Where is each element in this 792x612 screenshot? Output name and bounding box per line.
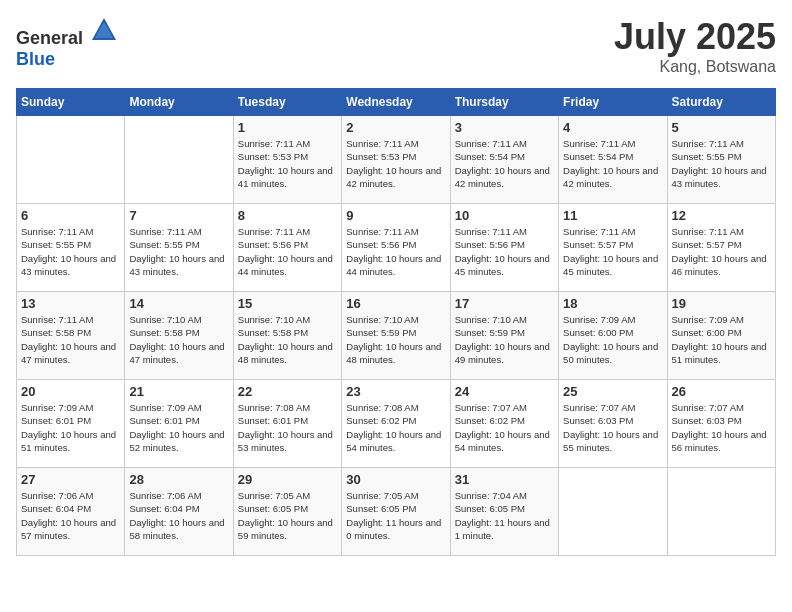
calendar-week-row: 20Sunrise: 7:09 AM Sunset: 6:01 PM Dayli… <box>17 380 776 468</box>
day-info: Sunrise: 7:07 AM Sunset: 6:03 PM Dayligh… <box>672 401 771 454</box>
calendar-cell: 23Sunrise: 7:08 AM Sunset: 6:02 PM Dayli… <box>342 380 450 468</box>
calendar-cell: 14Sunrise: 7:10 AM Sunset: 5:58 PM Dayli… <box>125 292 233 380</box>
calendar-cell: 9Sunrise: 7:11 AM Sunset: 5:56 PM Daylig… <box>342 204 450 292</box>
weekday-header: Friday <box>559 89 667 116</box>
day-number: 4 <box>563 120 662 135</box>
day-info: Sunrise: 7:11 AM Sunset: 5:55 PM Dayligh… <box>129 225 228 278</box>
logo-blue: Blue <box>16 49 55 69</box>
weekday-header-row: SundayMondayTuesdayWednesdayThursdayFrid… <box>17 89 776 116</box>
weekday-header: Saturday <box>667 89 775 116</box>
day-number: 21 <box>129 384 228 399</box>
day-info: Sunrise: 7:10 AM Sunset: 5:58 PM Dayligh… <box>238 313 337 366</box>
day-number: 8 <box>238 208 337 223</box>
day-info: Sunrise: 7:09 AM Sunset: 6:00 PM Dayligh… <box>563 313 662 366</box>
calendar-cell: 5Sunrise: 7:11 AM Sunset: 5:55 PM Daylig… <box>667 116 775 204</box>
day-number: 24 <box>455 384 554 399</box>
day-number: 5 <box>672 120 771 135</box>
day-info: Sunrise: 7:08 AM Sunset: 6:02 PM Dayligh… <box>346 401 445 454</box>
day-info: Sunrise: 7:11 AM Sunset: 5:54 PM Dayligh… <box>455 137 554 190</box>
day-number: 6 <box>21 208 120 223</box>
calendar-cell: 13Sunrise: 7:11 AM Sunset: 5:58 PM Dayli… <box>17 292 125 380</box>
calendar-week-row: 13Sunrise: 7:11 AM Sunset: 5:58 PM Dayli… <box>17 292 776 380</box>
day-info: Sunrise: 7:11 AM Sunset: 5:58 PM Dayligh… <box>21 313 120 366</box>
weekday-header: Monday <box>125 89 233 116</box>
calendar-cell: 16Sunrise: 7:10 AM Sunset: 5:59 PM Dayli… <box>342 292 450 380</box>
day-info: Sunrise: 7:11 AM Sunset: 5:55 PM Dayligh… <box>672 137 771 190</box>
calendar-cell: 24Sunrise: 7:07 AM Sunset: 6:02 PM Dayli… <box>450 380 558 468</box>
day-number: 10 <box>455 208 554 223</box>
day-number: 23 <box>346 384 445 399</box>
day-info: Sunrise: 7:07 AM Sunset: 6:02 PM Dayligh… <box>455 401 554 454</box>
day-number: 19 <box>672 296 771 311</box>
day-number: 13 <box>21 296 120 311</box>
day-info: Sunrise: 7:09 AM Sunset: 6:00 PM Dayligh… <box>672 313 771 366</box>
calendar-cell: 7Sunrise: 7:11 AM Sunset: 5:55 PM Daylig… <box>125 204 233 292</box>
day-info: Sunrise: 7:05 AM Sunset: 6:05 PM Dayligh… <box>238 489 337 542</box>
calendar-table: SundayMondayTuesdayWednesdayThursdayFrid… <box>16 88 776 556</box>
day-number: 16 <box>346 296 445 311</box>
day-number: 20 <box>21 384 120 399</box>
day-info: Sunrise: 7:09 AM Sunset: 6:01 PM Dayligh… <box>21 401 120 454</box>
day-info: Sunrise: 7:07 AM Sunset: 6:03 PM Dayligh… <box>563 401 662 454</box>
calendar-cell: 4Sunrise: 7:11 AM Sunset: 5:54 PM Daylig… <box>559 116 667 204</box>
calendar-cell: 25Sunrise: 7:07 AM Sunset: 6:03 PM Dayli… <box>559 380 667 468</box>
day-info: Sunrise: 7:11 AM Sunset: 5:57 PM Dayligh… <box>563 225 662 278</box>
calendar-cell: 28Sunrise: 7:06 AM Sunset: 6:04 PM Dayli… <box>125 468 233 556</box>
day-info: Sunrise: 7:11 AM Sunset: 5:53 PM Dayligh… <box>346 137 445 190</box>
calendar-cell: 22Sunrise: 7:08 AM Sunset: 6:01 PM Dayli… <box>233 380 341 468</box>
calendar-cell: 19Sunrise: 7:09 AM Sunset: 6:00 PM Dayli… <box>667 292 775 380</box>
calendar-cell: 30Sunrise: 7:05 AM Sunset: 6:05 PM Dayli… <box>342 468 450 556</box>
day-info: Sunrise: 7:11 AM Sunset: 5:56 PM Dayligh… <box>346 225 445 278</box>
weekday-header: Thursday <box>450 89 558 116</box>
title-block: July 2025 Kang, Botswana <box>614 16 776 76</box>
calendar-cell <box>125 116 233 204</box>
calendar-week-row: 1Sunrise: 7:11 AM Sunset: 5:53 PM Daylig… <box>17 116 776 204</box>
day-info: Sunrise: 7:11 AM Sunset: 5:54 PM Dayligh… <box>563 137 662 190</box>
day-number: 7 <box>129 208 228 223</box>
day-number: 28 <box>129 472 228 487</box>
day-number: 11 <box>563 208 662 223</box>
day-info: Sunrise: 7:10 AM Sunset: 5:59 PM Dayligh… <box>455 313 554 366</box>
calendar-cell: 6Sunrise: 7:11 AM Sunset: 5:55 PM Daylig… <box>17 204 125 292</box>
day-info: Sunrise: 7:11 AM Sunset: 5:55 PM Dayligh… <box>21 225 120 278</box>
calendar-cell <box>17 116 125 204</box>
calendar-cell: 26Sunrise: 7:07 AM Sunset: 6:03 PM Dayli… <box>667 380 775 468</box>
day-number: 22 <box>238 384 337 399</box>
calendar-cell: 17Sunrise: 7:10 AM Sunset: 5:59 PM Dayli… <box>450 292 558 380</box>
day-number: 26 <box>672 384 771 399</box>
calendar-cell: 12Sunrise: 7:11 AM Sunset: 5:57 PM Dayli… <box>667 204 775 292</box>
day-number: 9 <box>346 208 445 223</box>
day-number: 12 <box>672 208 771 223</box>
calendar-cell: 27Sunrise: 7:06 AM Sunset: 6:04 PM Dayli… <box>17 468 125 556</box>
day-info: Sunrise: 7:06 AM Sunset: 6:04 PM Dayligh… <box>129 489 228 542</box>
calendar-cell: 29Sunrise: 7:05 AM Sunset: 6:05 PM Dayli… <box>233 468 341 556</box>
day-number: 17 <box>455 296 554 311</box>
logo: General Blue <box>16 16 118 70</box>
calendar-cell <box>559 468 667 556</box>
day-info: Sunrise: 7:08 AM Sunset: 6:01 PM Dayligh… <box>238 401 337 454</box>
location-title: Kang, Botswana <box>614 58 776 76</box>
day-number: 15 <box>238 296 337 311</box>
calendar-cell: 2Sunrise: 7:11 AM Sunset: 5:53 PM Daylig… <box>342 116 450 204</box>
weekday-header: Tuesday <box>233 89 341 116</box>
day-info: Sunrise: 7:06 AM Sunset: 6:04 PM Dayligh… <box>21 489 120 542</box>
day-info: Sunrise: 7:11 AM Sunset: 5:53 PM Dayligh… <box>238 137 337 190</box>
day-number: 14 <box>129 296 228 311</box>
day-info: Sunrise: 7:11 AM Sunset: 5:56 PM Dayligh… <box>455 225 554 278</box>
weekday-header: Sunday <box>17 89 125 116</box>
calendar-cell: 11Sunrise: 7:11 AM Sunset: 5:57 PM Dayli… <box>559 204 667 292</box>
calendar-week-row: 6Sunrise: 7:11 AM Sunset: 5:55 PM Daylig… <box>17 204 776 292</box>
day-info: Sunrise: 7:09 AM Sunset: 6:01 PM Dayligh… <box>129 401 228 454</box>
day-number: 31 <box>455 472 554 487</box>
logo-text: General Blue <box>16 16 118 70</box>
day-info: Sunrise: 7:04 AM Sunset: 6:05 PM Dayligh… <box>455 489 554 542</box>
calendar-cell: 3Sunrise: 7:11 AM Sunset: 5:54 PM Daylig… <box>450 116 558 204</box>
day-number: 30 <box>346 472 445 487</box>
day-info: Sunrise: 7:05 AM Sunset: 6:05 PM Dayligh… <box>346 489 445 542</box>
day-number: 3 <box>455 120 554 135</box>
weekday-header: Wednesday <box>342 89 450 116</box>
calendar-cell: 15Sunrise: 7:10 AM Sunset: 5:58 PM Dayli… <box>233 292 341 380</box>
month-title: July 2025 <box>614 16 776 58</box>
calendar-cell: 31Sunrise: 7:04 AM Sunset: 6:05 PM Dayli… <box>450 468 558 556</box>
day-number: 29 <box>238 472 337 487</box>
